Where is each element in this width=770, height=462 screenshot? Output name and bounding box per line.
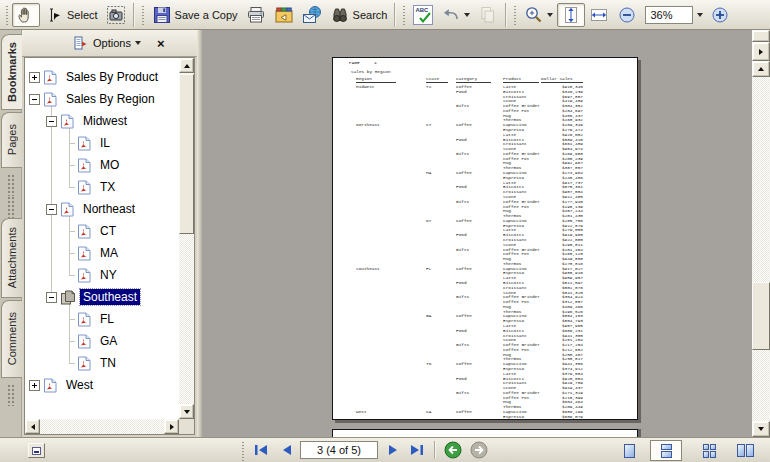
toolbar-grip[interactable]: [402, 5, 406, 25]
bookmarks-vertical-scrollbar[interactable]: [179, 58, 194, 419]
bookmark-label[interactable]: MO: [97, 157, 122, 173]
pdf-page-icon: [77, 224, 93, 239]
facing-layout-button[interactable]: [730, 440, 760, 461]
scroll-up-button[interactable]: [752, 61, 770, 77]
bookmark-label[interactable]: TX: [97, 179, 118, 195]
bookmark-label[interactable]: Northeast: [80, 201, 138, 217]
scrollbar-thumb[interactable]: [752, 282, 770, 350]
page-number-field[interactable]: 3 (4 of 5): [300, 441, 378, 459]
save-a-copy-button[interactable]: Save a Copy: [148, 3, 242, 27]
copy-button[interactable]: [474, 3, 502, 27]
bookmark-item-tx[interactable]: TX: [25, 176, 179, 198]
expand-plus-icon[interactable]: [29, 380, 40, 391]
continuous-facing-layout-button[interactable]: [696, 440, 722, 461]
facing-icon: [737, 444, 754, 457]
bookmark-label[interactable]: Southeast: [80, 289, 140, 305]
tab-attachments[interactable]: Attachments: [1, 218, 22, 298]
zoom-out-button[interactable]: [613, 3, 641, 27]
bookmark-item-ga[interactable]: GA: [25, 330, 179, 352]
snapshot-tool-button[interactable]: [102, 3, 130, 27]
tab-comments[interactable]: Comments: [1, 300, 22, 378]
document-area[interactable]: PAGE4Sales by RegionRegionStateCategoryP…: [202, 30, 752, 437]
bookmark-item-west[interactable]: West: [25, 374, 179, 396]
scroll-right-button[interactable]: [164, 419, 179, 434]
bookmark-item-tn[interactable]: TN: [25, 352, 179, 374]
bookmark-label[interactable]: Sales By Region: [63, 91, 158, 107]
bookmark-label[interactable]: NY: [97, 267, 120, 283]
next-view-button[interactable]: [468, 440, 490, 460]
bookmark-item-southeast[interactable]: Southeast: [25, 286, 179, 308]
bookmark-label[interactable]: GA: [97, 333, 120, 349]
pane-toggle-button[interactable]: [28, 443, 45, 458]
undo-button[interactable]: [437, 3, 474, 27]
scroll-down-button[interactable]: [752, 421, 770, 437]
bookmark-label[interactable]: TN: [97, 355, 119, 371]
undo-menu-caret-icon[interactable]: [464, 13, 470, 17]
pdf-next-page-edge[interactable]: [332, 429, 638, 437]
first-page-button[interactable]: [250, 440, 272, 460]
hand-tool-button[interactable]: [12, 3, 40, 27]
bookmark-item-sales-by-product[interactable]: Sales By Product: [25, 66, 179, 88]
fit-page-button[interactable]: [557, 3, 585, 27]
email-button[interactable]: [298, 3, 326, 27]
document-vertical-scrollbar[interactable]: [752, 30, 770, 437]
expand-plus-icon[interactable]: [29, 72, 40, 83]
bookmark-item-ct[interactable]: CT: [25, 220, 179, 242]
fit-width-button[interactable]: [585, 3, 613, 27]
bookmark-item-fl[interactable]: FL: [25, 308, 179, 330]
expand-current-bookmark-icon[interactable]: [74, 36, 87, 50]
zoom-level-field[interactable]: 36%: [645, 6, 693, 24]
bookmark-item-ma[interactable]: MA: [25, 242, 179, 264]
bookmark-item-midwest[interactable]: Midwest: [25, 110, 179, 132]
options-menu-button[interactable]: Options: [93, 37, 131, 49]
spellcheck-button[interactable]: ABC: [409, 3, 437, 27]
scroll-down-button[interactable]: [179, 404, 194, 419]
bookmark-label[interactable]: FL: [97, 311, 117, 327]
scroll-up-button[interactable]: [179, 58, 194, 73]
bookmark-item-ny[interactable]: NY: [25, 264, 179, 286]
bookmark-label[interactable]: West: [63, 377, 96, 393]
scroll-left-button[interactable]: [25, 419, 40, 434]
tab-bookmarks[interactable]: Bookmarks: [1, 34, 22, 110]
previous-view-button[interactable]: [442, 440, 464, 460]
toolbar-grip[interactable]: [513, 5, 517, 25]
continuous-layout-button[interactable]: [650, 440, 682, 461]
zoom-level-menu-button[interactable]: [693, 6, 706, 24]
statusbar-grip[interactable]: [241, 441, 245, 461]
scrollbar-thumb[interactable]: [179, 74, 194, 234]
bookmark-item-northeast[interactable]: Northeast: [25, 198, 179, 220]
bookmark-item-il[interactable]: IL: [25, 132, 179, 154]
toolbar-grip[interactable]: [141, 5, 145, 25]
save-floppy-icon: [152, 5, 172, 25]
zoom-tool-button[interactable]: [520, 3, 557, 27]
single-page-layout-button[interactable]: [616, 440, 642, 461]
bookmark-label[interactable]: Sales By Product: [63, 69, 161, 85]
zoom-in-button[interactable]: [706, 3, 734, 27]
bookmark-label[interactable]: Midwest: [80, 113, 130, 129]
bookmark-label[interactable]: CT: [97, 223, 119, 239]
toolbar-grip[interactable]: [5, 5, 9, 25]
bookmark-label[interactable]: IL: [97, 135, 113, 151]
collapse-minus-icon[interactable]: [46, 116, 57, 127]
search-button[interactable]: Search: [326, 3, 392, 27]
close-panel-button[interactable]: ×: [157, 37, 165, 50]
options-caret-icon[interactable]: [135, 41, 141, 45]
select-tool-button[interactable]: Select: [40, 3, 102, 27]
tab-pages[interactable]: Pages: [1, 112, 22, 168]
pdf-page[interactable]: PAGE4Sales by RegionRegionStateCategoryP…: [332, 57, 638, 420]
bookmarks-horizontal-scrollbar[interactable]: [25, 419, 179, 434]
previous-page-button[interactable]: [276, 440, 298, 460]
organizer-button[interactable]: [270, 3, 298, 27]
next-page-button[interactable]: [382, 440, 404, 460]
bookmark-item-mo[interactable]: MO: [25, 154, 179, 176]
bookmark-label[interactable]: MA: [97, 245, 121, 261]
print-button[interactable]: [242, 3, 270, 27]
zoom-tool-menu-caret-icon[interactable]: [547, 13, 553, 17]
bookmark-item-sales-by-region[interactable]: Sales By Region: [25, 88, 179, 110]
collapse-minus-icon[interactable]: [29, 94, 40, 105]
last-page-button[interactable]: [406, 440, 428, 460]
search-binoculars-icon: [330, 5, 350, 25]
collapse-minus-icon[interactable]: [46, 292, 57, 303]
collapse-minus-icon[interactable]: [46, 204, 57, 215]
show-hide-pane-button[interactable]: [752, 42, 770, 61]
